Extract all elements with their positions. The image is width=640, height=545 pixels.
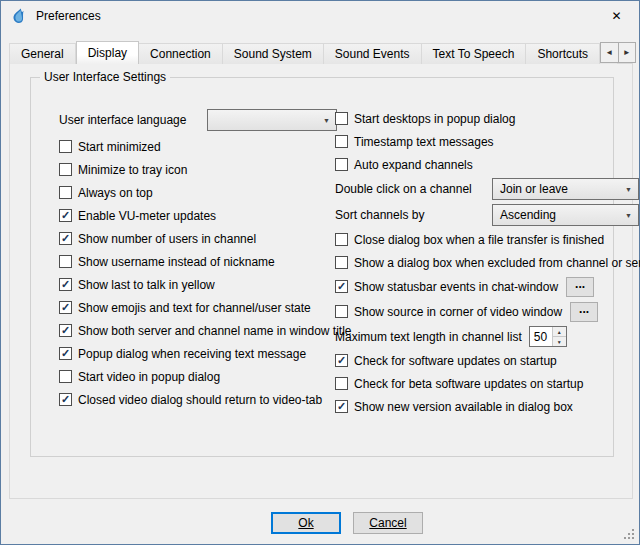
- group-title: User Interface Settings: [40, 70, 170, 84]
- titlebar[interactable]: Preferences ✕: [1, 1, 639, 31]
- checkbox-vu-meter[interactable]: ✓ Enable VU-meter updates: [59, 204, 339, 227]
- tab-scroll-spinner: ◄ ►: [600, 42, 636, 63]
- checkbox-always-on-top[interactable]: ✓ Always on top: [59, 181, 339, 204]
- checkbox-box[interactable]: ✓: [335, 256, 348, 269]
- checkbox-box[interactable]: ✓: [335, 112, 348, 125]
- ellipsis-icon: ...: [579, 303, 589, 315]
- language-dropdown[interactable]: ▼: [207, 109, 337, 131]
- check-icon: ✓: [61, 210, 70, 221]
- checkbox-popup-text-message[interactable]: ✓ Popup dialog when receiving text messa…: [59, 342, 339, 365]
- checkbox-box[interactable]: ✓: [335, 158, 348, 171]
- arrow-right-icon: ►: [623, 48, 631, 57]
- tab-general[interactable]: General: [9, 43, 76, 64]
- double-click-row: Double click on a channel Join or leave …: [335, 176, 639, 202]
- tab-bar: General Display Connection Sound System …: [9, 41, 617, 64]
- checkbox-beta-updates[interactable]: ✓ Check for beta software updates on sta…: [335, 372, 639, 395]
- tab-scroll-right-button[interactable]: ►: [619, 42, 637, 63]
- spin-down-button[interactable]: ▼: [553, 337, 566, 346]
- spin-up-button[interactable]: ▲: [553, 327, 566, 337]
- sort-channels-value: Ascending: [500, 208, 556, 222]
- checkbox-label: Popup dialog when receiving text message: [78, 347, 306, 361]
- checkbox-box[interactable]: ✓: [59, 347, 72, 360]
- checkbox-box[interactable]: ✓: [335, 135, 348, 148]
- tab-sound-system[interactable]: Sound System: [223, 43, 324, 64]
- ok-button[interactable]: Ok: [271, 512, 341, 534]
- checkbox-box[interactable]: ✓: [335, 377, 348, 390]
- sort-channels-dropdown[interactable]: Ascending ▼: [492, 204, 639, 226]
- checkbox-label: Show both server and channel name in win…: [78, 324, 352, 338]
- arrow-left-icon: ◄: [605, 48, 613, 57]
- max-text-length-value: 50: [530, 327, 552, 346]
- checkbox-box[interactable]: ✓: [59, 324, 72, 337]
- checkbox-box[interactable]: ✓: [59, 209, 72, 222]
- right-column: ✓ Start desktops in popup dialog ✓ Times…: [335, 107, 639, 418]
- checkbox-box[interactable]: ✓: [59, 301, 72, 314]
- checkbox-box[interactable]: ✓: [59, 140, 72, 153]
- checkbox-box[interactable]: ✓: [59, 393, 72, 406]
- checkbox-box[interactable]: ✓: [335, 400, 348, 413]
- window-title: Preferences: [36, 9, 101, 23]
- spinner-arrows: ▲ ▼: [552, 327, 566, 346]
- checkbox-label: Auto expand channels: [354, 158, 473, 172]
- checkbox-box[interactable]: ✓: [335, 354, 348, 367]
- ellipsis-icon: ...: [575, 278, 585, 290]
- checkbox-label: Show new version available in dialog box: [354, 400, 573, 414]
- chevron-down-icon: ▼: [625, 212, 632, 219]
- checkbox-box[interactable]: ✓: [59, 255, 72, 268]
- checkbox-new-version-dialog[interactable]: ✓ Show new version available in dialog b…: [335, 395, 639, 418]
- checkbox-last-talk-yellow[interactable]: ✓ Show last to talk in yellow: [59, 273, 339, 296]
- checkbox-window-title[interactable]: ✓ Show both server and channel name in w…: [59, 319, 339, 342]
- checkbox-label: Show emojis and text for channel/user st…: [78, 301, 311, 315]
- tab-page-display: User Interface Settings User interface l…: [9, 63, 633, 499]
- tab-display[interactable]: Display: [76, 41, 139, 64]
- double-click-dropdown[interactable]: Join or leave ▼: [492, 178, 639, 200]
- checkbox-box[interactable]: ✓: [59, 370, 72, 383]
- checkbox-box[interactable]: ✓: [59, 232, 72, 245]
- checkbox-emojis[interactable]: ✓ Show emojis and text for channel/user …: [59, 296, 339, 319]
- video-source-options-button[interactable]: ...: [570, 302, 598, 322]
- checkbox-closed-video-return[interactable]: ✓ Closed video dialog should return to v…: [59, 388, 339, 411]
- checkbox-show-username[interactable]: ✓ Show username instead of nickname: [59, 250, 339, 273]
- checkbox-label: Closed video dialog should return to vid…: [78, 393, 322, 407]
- checkbox-label: Show statusbar events in chat-window: [354, 280, 558, 294]
- user-interface-settings-group: User Interface Settings User interface l…: [30, 77, 614, 457]
- checkbox-desktops-popup[interactable]: ✓ Start desktops in popup dialog: [335, 107, 639, 130]
- tab-shortcuts[interactable]: Shortcuts: [526, 43, 600, 64]
- checkbox-box[interactable]: ✓: [335, 233, 348, 246]
- cancel-button[interactable]: Cancel: [353, 512, 423, 534]
- statusbar-events-options-button[interactable]: ...: [566, 277, 594, 297]
- max-text-length-spinner[interactable]: 50 ▲ ▼: [529, 326, 567, 347]
- app-icon: [10, 8, 27, 25]
- chevron-down-icon: ▼: [323, 117, 330, 124]
- checkbox-box[interactable]: ✓: [335, 305, 348, 318]
- checkbox-box[interactable]: ✓: [59, 278, 72, 291]
- checkbox-box[interactable]: ✓: [59, 163, 72, 176]
- double-click-label: Double click on a channel: [335, 182, 472, 196]
- checkbox-auto-expand[interactable]: ✓ Auto expand channels: [335, 153, 639, 176]
- check-icon: ✓: [61, 348, 70, 359]
- checkbox-check-updates[interactable]: ✓ Check for software updates on startup: [335, 349, 639, 372]
- checkbox-excluded-dialog[interactable]: ✓ Show a dialog box when excluded from c…: [335, 251, 639, 274]
- tab-text-to-speech[interactable]: Text To Speech: [422, 43, 527, 64]
- checkbox-label: Timestamp text messages: [354, 135, 494, 149]
- tab-sound-events[interactable]: Sound Events: [324, 43, 422, 64]
- check-icon: ✓: [61, 233, 70, 244]
- cancel-button-label: Cancel: [369, 516, 406, 530]
- checkbox-statusbar-events[interactable]: ✓ Show statusbar events in chat-window .…: [335, 274, 639, 299]
- checkbox-label: Show a dialog box when excluded from cha…: [354, 256, 640, 270]
- resize-grip[interactable]: [624, 529, 636, 541]
- checkbox-box[interactable]: ✓: [335, 280, 348, 293]
- check-icon: ✓: [337, 401, 346, 412]
- checkbox-video-source-corner[interactable]: ✓ Show source in corner of video window …: [335, 299, 639, 324]
- close-button[interactable]: ✕: [594, 1, 639, 30]
- checkbox-start-minimized[interactable]: ✓ Start minimized: [59, 135, 339, 158]
- tab-connection[interactable]: Connection: [139, 43, 223, 64]
- checkbox-close-on-transfer[interactable]: ✓ Close dialog box when a file transfer …: [335, 228, 639, 251]
- checkbox-minimize-to-tray[interactable]: ✓ Minimize to tray icon: [59, 158, 339, 181]
- tab-scroll-left-button[interactable]: ◄: [600, 42, 619, 63]
- checkbox-box[interactable]: ✓: [59, 186, 72, 199]
- checkbox-label: Check for software updates on startup: [354, 354, 557, 368]
- checkbox-video-popup[interactable]: ✓ Start video in popup dialog: [59, 365, 339, 388]
- checkbox-timestamp[interactable]: ✓ Timestamp text messages: [335, 130, 639, 153]
- checkbox-show-user-count[interactable]: ✓ Show number of users in channel: [59, 227, 339, 250]
